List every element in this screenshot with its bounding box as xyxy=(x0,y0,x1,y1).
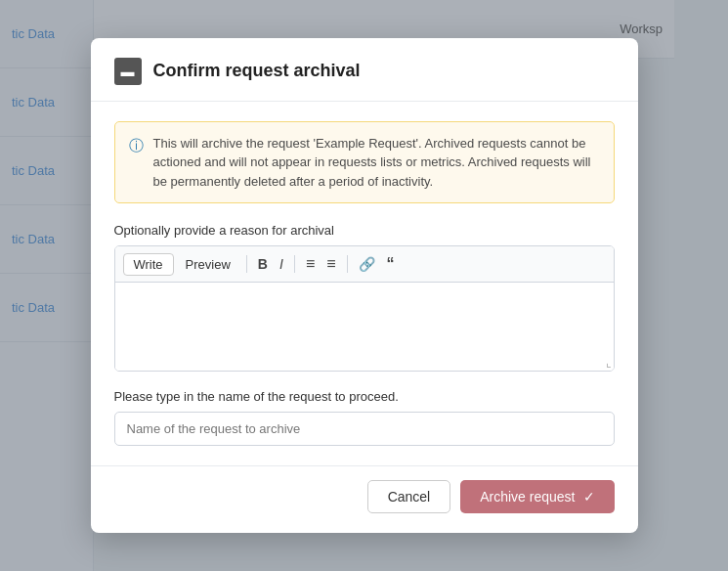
info-banner: ⓘ This will archive the request 'Example… xyxy=(114,121,615,204)
archive-button-label: Archive request xyxy=(480,489,575,505)
confirm-label: Please type in the name of the request t… xyxy=(114,389,615,404)
archive-icon: ▬ xyxy=(114,58,142,85)
cancel-button[interactable]: Cancel xyxy=(367,480,451,513)
editor-toolbar: Write Preview B I ≡ ≡ 🔗 “ xyxy=(115,246,614,283)
write-tab[interactable]: Write xyxy=(123,253,174,276)
modal-backdrop: ▬ Confirm request archival ⓘ This will a… xyxy=(0,0,728,571)
quote-button[interactable]: “ xyxy=(382,252,400,276)
editor-container: Write Preview B I ≡ ≡ 🔗 “ ⌞ xyxy=(114,245,615,372)
toolbar-divider-1 xyxy=(246,255,247,273)
modal-footer: Cancel Archive request ✓ xyxy=(91,465,638,533)
toolbar-divider-3 xyxy=(347,255,348,273)
confirm-name-input[interactable] xyxy=(114,412,615,446)
ordered-list-button[interactable]: ≡ xyxy=(301,252,320,276)
reason-label: Optionally provide a reason for archival xyxy=(114,223,615,238)
checkmark-icon: ✓ xyxy=(583,489,595,505)
modal-body: ⓘ This will archive the request 'Example… xyxy=(91,102,638,466)
bold-button[interactable]: B xyxy=(253,253,273,275)
info-icon: ⓘ xyxy=(129,135,144,192)
preview-tab[interactable]: Preview xyxy=(176,254,240,275)
info-text: This will archive the request 'Example R… xyxy=(153,134,600,192)
modal: ▬ Confirm request archival ⓘ This will a… xyxy=(91,38,638,534)
resize-handle: ⌞ xyxy=(606,357,612,369)
modal-header: ▬ Confirm request archival xyxy=(91,38,638,102)
archive-button[interactable]: Archive request ✓ xyxy=(460,480,614,513)
modal-title: Confirm request archival xyxy=(153,61,361,81)
link-button[interactable]: 🔗 xyxy=(354,253,380,275)
unordered-list-button[interactable]: ≡ xyxy=(321,252,340,276)
editor-textarea[interactable]: ⌞ xyxy=(115,283,614,371)
toolbar-divider-2 xyxy=(294,255,295,273)
italic-button[interactable]: I xyxy=(275,253,288,275)
